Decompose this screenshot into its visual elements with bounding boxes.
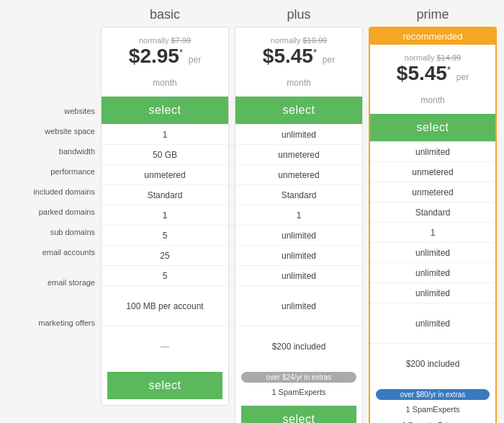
prime-marketing-offers: $200 included (370, 343, 495, 383)
prime-bandwidth: unmetered (370, 182, 495, 202)
prime-websites: unlimited (370, 141, 495, 161)
feature-label-email-storage: email storage (7, 262, 101, 303)
plan-plus-bottom-wrap: select (235, 400, 362, 423)
plus-email-storage: unlimited (235, 285, 362, 326)
basic-website-space: 50 GB (102, 144, 228, 164)
feature-label-sub-domains: sub domains (7, 222, 101, 242)
plan-basic-select-top[interactable]: select (102, 97, 228, 124)
feature-label-email-accounts: email accounts (7, 242, 101, 262)
plan-basic-name: basic (150, 7, 180, 22)
features-column: websites website space bandwidth perform… (7, 7, 101, 343)
basic-parked-domains: 5 (102, 225, 228, 245)
plus-bandwidth: unmetered (235, 164, 362, 184)
pricing-container: websites website space bandwidth perform… (7, 7, 497, 423)
feature-label-websites: websites (7, 101, 101, 121)
plus-extras-badge: over $24/yr in extras (241, 372, 356, 383)
plus-included-domains: 1 (235, 205, 362, 225)
prime-extras-item-2: 1 Domain Privacy (376, 417, 490, 423)
plan-plus-price-section: normally $10.99 $5.45* permonth (235, 27, 362, 97)
plan-plus-price: $5.45* permonth (241, 45, 356, 91)
plus-performance: Standard (235, 184, 362, 205)
plan-prime: prime recommended normally $14.99 $5.45*… (369, 7, 497, 423)
plus-marketing-offers: $200 included (235, 326, 362, 366)
plan-plus-select-top[interactable]: select (235, 97, 362, 124)
plan-prime-select-top[interactable]: select (370, 114, 495, 141)
prime-parked-domains: unlimited (370, 242, 495, 262)
prime-email-accounts: unlimited (370, 282, 495, 303)
prime-included-domains: 1 (370, 222, 495, 242)
feature-label-marketing-offers: marketing offers (7, 303, 101, 343)
plan-prime-recommended-badge: recommended (370, 28, 495, 45)
plus-sub-domains: unlimited (235, 245, 362, 265)
plans-area: basic normally $7.99 $2.95* permonth sel… (101, 7, 497, 423)
plus-email-accounts: unlimited (235, 265, 362, 285)
basic-bandwidth: unmetered (102, 164, 228, 184)
plan-plus-select-bottom[interactable]: select (241, 406, 356, 423)
plan-plus-features: unlimited unmetered unmetered Standard 1… (235, 124, 362, 366)
prime-email-storage: unlimited (370, 303, 495, 343)
basic-marketing-offers: — (102, 326, 228, 366)
plan-prime-normally: normally $14.99 (376, 53, 490, 62)
plan-basic: basic normally $7.99 $2.95* permonth sel… (101, 7, 229, 423)
feature-label-parked-domains: parked domains (7, 202, 101, 222)
plan-basic-features: 1 50 GB unmetered Standard 1 5 25 5 100 … (102, 124, 228, 366)
plan-prime-name: prime (416, 7, 449, 22)
basic-included-domains: 1 (102, 205, 228, 225)
prime-performance: Standard (370, 202, 495, 222)
basic-sub-domains: 25 (102, 245, 228, 265)
plus-websites: unlimited (235, 124, 362, 144)
plan-basic-box: normally $7.99 $2.95* permonth select 1 … (101, 27, 229, 406)
feature-label-website-space: website space (7, 121, 101, 141)
plan-plus-name: plus (287, 7, 310, 22)
feature-label-performance: performance (7, 161, 101, 182)
plus-website-space: unmetered (235, 144, 362, 164)
prime-website-space: unmetered (370, 161, 495, 182)
plan-plus-normally: normally $10.99 (241, 36, 356, 45)
plan-prime-price-section: normally $14.99 $5.45* permonth (370, 45, 495, 114)
plan-basic-price: $2.95* permonth (107, 45, 222, 91)
plan-prime-features: unlimited unmetered unmetered Standard 1… (370, 141, 495, 383)
prime-sub-domains: unlimited (370, 262, 495, 282)
feature-label-included-domains: included domains (7, 182, 101, 202)
plus-extras-item-1: 1 SpamExperts (241, 384, 356, 400)
plan-basic-price-section: normally $7.99 $2.95* permonth (102, 27, 228, 97)
prime-extras-section: over $80/yr in extras 1 SpamExperts 1 Do… (370, 383, 495, 423)
plan-prime-box: recommended normally $14.99 $5.45* permo… (369, 27, 497, 423)
plan-plus: plus normally $10.99 $5.45* permonth sel… (235, 7, 363, 423)
basic-websites: 1 (102, 124, 228, 144)
basic-performance: Standard (102, 184, 228, 205)
plan-plus-box: normally $10.99 $5.45* permonth select u… (235, 27, 363, 423)
basic-email-storage: 100 MB per account (102, 285, 228, 326)
feature-label-bandwidth: bandwidth (7, 141, 101, 161)
plan-basic-normally: normally $7.99 (107, 36, 222, 45)
basic-email-accounts: 5 (102, 265, 228, 285)
plus-parked-domains: unlimited (235, 225, 362, 245)
prime-extras-item-1: 1 SpamExperts (376, 401, 490, 417)
plan-basic-bottom-wrap: select (102, 366, 228, 405)
prime-extras-badge: over $80/yr in extras (376, 389, 490, 400)
plan-basic-select-bottom[interactable]: select (107, 372, 222, 399)
plan-prime-price: $5.45* permonth (376, 62, 490, 108)
plus-extras-section: over $24/yr in extras 1 SpamExperts (235, 366, 362, 400)
